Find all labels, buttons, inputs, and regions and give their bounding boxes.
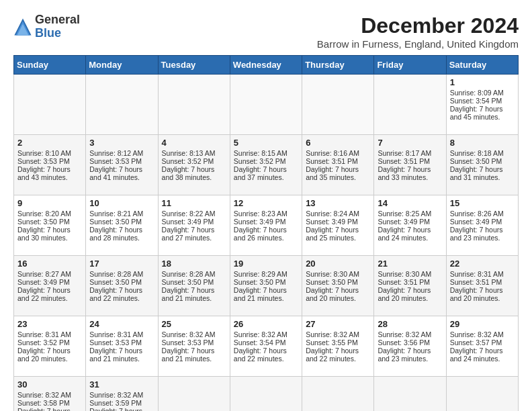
sunset-time: Sunset: 3:50 PM [17,218,70,226]
sunrise-time: Sunrise: 8:29 AM [234,270,287,278]
daylight-hours: Daylight: 7 hours and 30 minutes. [17,226,71,242]
sunrise-time: Sunrise: 8:30 AM [306,270,359,278]
table-row: 14Sunrise: 8:25 AMSunset: 3:49 PMDayligh… [374,195,446,256]
daylight-hours: Daylight: 7 hours and 25 minutes. [306,226,359,242]
sunrise-time: Sunrise: 8:10 AM [17,149,71,157]
sunrise-time: Sunrise: 8:25 AM [378,210,431,218]
sunrise-time: Sunrise: 8:26 AM [450,210,504,218]
table-row: 30Sunrise: 8:32 AMSunset: 3:58 PMDayligh… [14,377,86,412]
table-row: 24Sunrise: 8:31 AMSunset: 3:53 PMDayligh… [86,316,158,377]
sunrise-time: Sunrise: 8:23 AM [234,210,287,218]
table-row: 18Sunrise: 8:28 AMSunset: 3:50 PMDayligh… [158,256,230,316]
table-row: 9Sunrise: 8:20 AMSunset: 3:50 PMDaylight… [14,195,86,256]
table-row: 19Sunrise: 8:29 AMSunset: 3:50 PMDayligh… [230,256,302,316]
daylight-hours: Daylight: 7 hours and 22 minutes. [234,347,287,363]
table-row: 22Sunrise: 8:31 AMSunset: 3:51 PMDayligh… [446,256,518,316]
sunrise-time: Sunrise: 8:32 AM [89,391,143,399]
logo: General Blue [13,13,80,40]
daylight-hours: Daylight: 7 hours and 20 minutes. [306,286,359,302]
day-number: 8 [450,138,515,148]
sunset-time: Sunset: 3:53 PM [162,338,214,347]
daylight-hours: Daylight: 7 hours and 26 minutes. [234,226,287,242]
sunrise-time: Sunrise: 8:32 AM [17,391,71,399]
sunset-time: Sunset: 3:52 PM [234,157,286,165]
table-row: 23Sunrise: 8:31 AMSunset: 3:52 PMDayligh… [14,316,86,377]
table-row [14,75,86,135]
sunrise-time: Sunrise: 8:32 AM [306,330,359,338]
table-row [374,75,446,135]
sunset-time: Sunset: 3:49 PM [306,218,358,226]
table-row: 21Sunrise: 8:30 AMSunset: 3:51 PMDayligh… [374,256,446,316]
table-row: 31Sunrise: 8:32 AMSunset: 3:59 PMDayligh… [86,377,158,412]
table-row [302,75,374,135]
daylight-hours: Daylight: 7 hours and 20 minutes. [17,347,71,363]
daylight-hours: Daylight: 7 hours and 22 minutes. [89,286,142,302]
daylight-hours: Daylight: 7 hours and 37 minutes. [234,165,287,181]
day-number: 6 [306,138,370,148]
sunset-time: Sunset: 3:51 PM [306,157,358,165]
day-number: 14 [378,198,442,208]
table-row: 13Sunrise: 8:24 AMSunset: 3:49 PMDayligh… [302,195,374,256]
col-saturday: Saturday [446,56,518,75]
sunset-time: Sunset: 3:50 PM [306,278,358,286]
sunrise-time: Sunrise: 8:27 AM [17,270,71,278]
day-number: 7 [378,138,442,148]
sunrise-time: Sunrise: 8:31 AM [17,330,71,338]
day-number: 24 [89,319,154,329]
col-thursday: Thursday [302,56,374,75]
daylight-hours: Daylight: 7 hours and 43 minutes. [17,165,71,181]
sunrise-time: Sunrise: 8:31 AM [450,270,504,278]
table-row: 28Sunrise: 8:32 AMSunset: 3:56 PMDayligh… [374,316,446,377]
day-number: 17 [89,259,154,269]
day-number: 13 [306,198,370,208]
sunset-time: Sunset: 3:49 PM [234,218,286,226]
table-row [158,377,230,412]
day-number: 16 [17,259,82,269]
sunset-time: Sunset: 3:50 PM [234,278,286,286]
daylight-hours: Daylight: 7 hours and 45 minutes. [450,105,503,121]
day-number: 27 [306,319,370,329]
table-row: 29Sunrise: 8:32 AMSunset: 3:57 PMDayligh… [446,316,518,377]
day-number: 5 [234,138,298,148]
day-number: 21 [378,259,442,269]
daylight-hours: Daylight: 7 hours and 28 minutes. [89,226,142,242]
sunrise-time: Sunrise: 8:31 AM [89,330,143,338]
table-row: 8Sunrise: 8:18 AMSunset: 3:50 PMDaylight… [446,135,518,195]
day-number: 10 [89,198,154,208]
table-row: 1Sunrise: 8:09 AMSunset: 3:54 PMDaylight… [446,75,518,135]
sunset-time: Sunset: 3:54 PM [234,338,286,347]
sunrise-time: Sunrise: 8:13 AM [162,149,216,157]
sunset-time: Sunset: 3:52 PM [17,338,70,347]
day-number: 9 [17,198,82,208]
day-number: 18 [162,259,226,269]
sunrise-time: Sunrise: 8:28 AM [162,270,216,278]
sunset-time: Sunset: 3:53 PM [89,157,142,165]
sunset-time: Sunset: 3:55 PM [306,338,358,347]
calendar-table: Sunday Monday Tuesday Wednesday Thursday… [13,55,519,411]
day-number: 2 [17,138,82,148]
table-row [302,377,374,412]
sunset-time: Sunset: 3:54 PM [450,97,502,105]
table-row: 15Sunrise: 8:26 AMSunset: 3:49 PMDayligh… [446,195,518,256]
table-row: 25Sunrise: 8:32 AMSunset: 3:53 PMDayligh… [158,316,230,377]
table-row: 4Sunrise: 8:13 AMSunset: 3:52 PMDaylight… [158,135,230,195]
day-number: 19 [234,259,298,269]
sunrise-time: Sunrise: 8:32 AM [378,330,431,338]
col-sunday: Sunday [14,56,86,75]
sunrise-time: Sunrise: 8:24 AM [306,210,359,218]
day-number: 15 [450,198,515,208]
daylight-hours: Daylight: 7 hours and 22 minutes. [17,286,71,302]
daylight-hours: Daylight: 7 hours and 22 minutes. [306,347,359,363]
col-monday: Monday [86,56,158,75]
sunrise-time: Sunrise: 8:30 AM [378,270,431,278]
sunset-time: Sunset: 3:52 PM [162,157,214,165]
sunset-time: Sunset: 3:56 PM [378,338,430,347]
sunset-time: Sunset: 3:49 PM [450,218,502,226]
day-number: 25 [162,319,226,329]
day-number: 29 [450,319,515,329]
daylight-hours: Daylight: 7 hours and 21 minutes. [234,286,287,302]
sunset-time: Sunset: 3:58 PM [17,399,70,407]
header-row: Sunday Monday Tuesday Wednesday Thursday… [14,56,519,75]
table-row [86,75,158,135]
daylight-hours: Daylight: 7 hours and 31 minutes. [450,165,503,181]
